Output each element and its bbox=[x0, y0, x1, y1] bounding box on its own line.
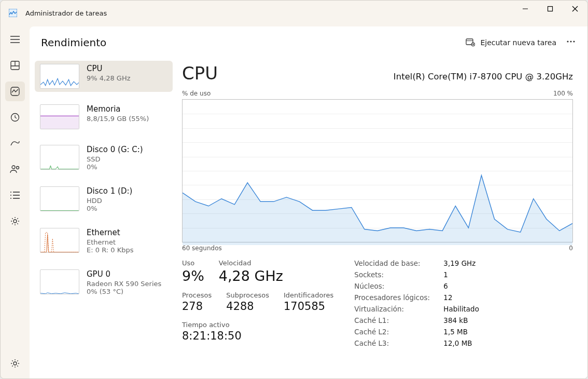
perf-sub: HDD bbox=[87, 197, 132, 205]
nav-users-icon[interactable] bbox=[5, 159, 25, 179]
perf-sub: 8,8/15,9 GB (55%) bbox=[87, 115, 149, 123]
performance-list: CPU 9% 4,28 GHz Memoria 8,8/15,9 GB (55%… bbox=[33, 59, 175, 378]
svg-rect-2 bbox=[548, 7, 553, 11]
kv-row: Caché L3:12,0 MB bbox=[354, 339, 573, 347]
window: Administrador de tareas bbox=[0, 0, 588, 379]
perf-title: CPU bbox=[87, 64, 131, 73]
kv-key: Caché L3: bbox=[354, 339, 443, 347]
minimize-button[interactable] bbox=[513, 1, 538, 17]
svg-point-22 bbox=[13, 362, 17, 365]
mini-chart-ethernet bbox=[40, 228, 79, 253]
nav-startup-icon[interactable] bbox=[5, 133, 25, 153]
kv-row: Procesadores lógicos:12 bbox=[354, 293, 573, 302]
perf-item-disk1[interactable]: Disco 1 (D:) HDD 0% bbox=[35, 183, 173, 215]
run-new-task-label: Ejecutar nueva tarea bbox=[480, 38, 556, 47]
mini-chart-disk0 bbox=[40, 145, 79, 170]
chart-ymax: 100 % bbox=[553, 90, 573, 97]
perf-sub: SSD bbox=[87, 155, 143, 163]
kv-key: Procesadores lógicos: bbox=[354, 293, 443, 302]
speed-label: Velocidad bbox=[219, 259, 283, 267]
perf-sub: Ethernet bbox=[87, 238, 133, 246]
speed-value: 4,28 GHz bbox=[219, 268, 283, 284]
mini-chart-disk1 bbox=[40, 186, 79, 211]
svg-rect-31 bbox=[40, 116, 79, 129]
kv-value: 3,19 GHz bbox=[443, 259, 475, 267]
nav-performance-icon[interactable] bbox=[5, 82, 25, 101]
stats-right: Velocidad de base:3,19 GHzSockets:1Núcle… bbox=[354, 259, 573, 350]
perf-sub2: E: 0 R: 0 Kbps bbox=[87, 246, 133, 254]
perf-title: Memoria bbox=[87, 104, 149, 114]
nav-history-icon[interactable] bbox=[5, 107, 25, 127]
handles-value: 170585 bbox=[284, 300, 333, 313]
nav-rail bbox=[1, 25, 30, 378]
kv-value: 12,0 MB bbox=[443, 339, 472, 347]
usage-label: Uso bbox=[182, 259, 204, 267]
perf-item-disk0[interactable]: Disco 0 (G: C:) SSD 0% bbox=[35, 142, 173, 174]
kv-value: 6 bbox=[443, 282, 448, 290]
perf-sub2: 0% (53 °C) bbox=[87, 288, 161, 295]
kv-key: Núcleos: bbox=[354, 282, 443, 290]
chart-xlabel-left: 60 segundos bbox=[182, 245, 222, 252]
kv-row: Núcleos:6 bbox=[354, 282, 573, 290]
cpu-line bbox=[183, 100, 572, 245]
kv-value: 1 bbox=[443, 270, 448, 279]
processes-value: 278 bbox=[182, 300, 212, 313]
perf-sub2: 0% bbox=[87, 205, 132, 212]
stats-left: Uso 9% Velocidad 4,28 GHz Proc bbox=[182, 259, 333, 350]
kv-row: Velocidad de base:3,19 GHz bbox=[354, 259, 573, 267]
content-header: Rendimiento Ejecutar nueva tarea bbox=[30, 26, 587, 59]
cpu-detail: CPU Intel(R) Core(TM) i7-8700 CPU @ 3.20… bbox=[175, 59, 587, 378]
svg-point-14 bbox=[17, 167, 19, 169]
chart-xlabel-right: 0 bbox=[569, 245, 573, 252]
content-pane: Rendimiento Ejecutar nueva tarea bbox=[30, 26, 587, 378]
perf-title: Disco 0 (G: C:) bbox=[87, 145, 143, 154]
perf-sub2: 0% bbox=[87, 163, 143, 171]
nav-services-icon[interactable] bbox=[5, 211, 25, 231]
kv-key: Velocidad de base: bbox=[354, 259, 443, 267]
kv-row: Sockets:1 bbox=[354, 270, 573, 279]
kv-row: Caché L2:1,5 MB bbox=[354, 328, 573, 336]
perf-title: Disco 1 (D:) bbox=[87, 186, 132, 196]
kv-row: Caché L1:384 kB bbox=[354, 316, 573, 324]
svg-point-21 bbox=[13, 220, 17, 223]
kv-value: 1,5 MB bbox=[443, 328, 468, 336]
mini-chart-cpu bbox=[40, 64, 79, 89]
mini-chart-memory bbox=[40, 104, 79, 129]
perf-sub: Radeon RX 590 Series bbox=[87, 280, 161, 288]
maximize-button[interactable] bbox=[538, 1, 563, 17]
perf-sub: 9% 4,28 GHz bbox=[87, 74, 131, 82]
kv-value: Habilitado bbox=[443, 305, 479, 313]
threads-value: 4288 bbox=[226, 300, 269, 313]
cpu-usage-chart[interactable] bbox=[182, 99, 573, 242]
kv-value: 384 kB bbox=[443, 316, 468, 324]
perf-item-ethernet[interactable]: Ethernet Ethernet E: 0 R: 0 Kbps bbox=[35, 225, 173, 257]
run-task-icon bbox=[466, 37, 475, 48]
perf-title: GPU 0 bbox=[87, 269, 161, 279]
threads-label: Subprocesos bbox=[226, 291, 269, 299]
detail-title: CPU bbox=[182, 63, 218, 84]
window-controls bbox=[513, 1, 587, 17]
kv-key: Caché L2: bbox=[354, 328, 443, 336]
nav-details-icon[interactable] bbox=[5, 185, 25, 205]
close-button[interactable] bbox=[563, 1, 587, 17]
uptime-label: Tiempo activo bbox=[182, 321, 333, 329]
page-title: Rendimiento bbox=[41, 36, 106, 49]
run-new-task-button[interactable]: Ejecutar nueva tarea bbox=[466, 37, 556, 48]
perf-item-memory[interactable]: Memoria 8,8/15,9 GB (55%) bbox=[35, 101, 173, 132]
kv-row: Virtualización:Habilitado bbox=[354, 305, 573, 313]
app-icon bbox=[9, 9, 17, 17]
nav-processes-icon[interactable] bbox=[5, 56, 25, 75]
perf-item-gpu0[interactable]: GPU 0 Radeon RX 590 Series 0% (53 °C) bbox=[35, 266, 173, 299]
chart-ylabel: % de uso bbox=[182, 90, 211, 97]
svg-point-29 bbox=[570, 40, 571, 42]
perf-item-cpu[interactable]: CPU 9% 4,28 GHz bbox=[35, 61, 173, 92]
nav-settings-icon[interactable] bbox=[5, 354, 25, 373]
more-options-button[interactable] bbox=[566, 36, 576, 49]
svg-point-30 bbox=[573, 40, 575, 42]
svg-point-28 bbox=[567, 40, 568, 42]
kv-key: Caché L1: bbox=[354, 316, 443, 324]
kv-key: Sockets: bbox=[354, 270, 443, 279]
svg-point-13 bbox=[12, 166, 15, 169]
cpu-model: Intel(R) Core(TM) i7-8700 CPU @ 3.20GHz bbox=[394, 72, 573, 82]
hamburger-icon[interactable] bbox=[5, 30, 25, 49]
